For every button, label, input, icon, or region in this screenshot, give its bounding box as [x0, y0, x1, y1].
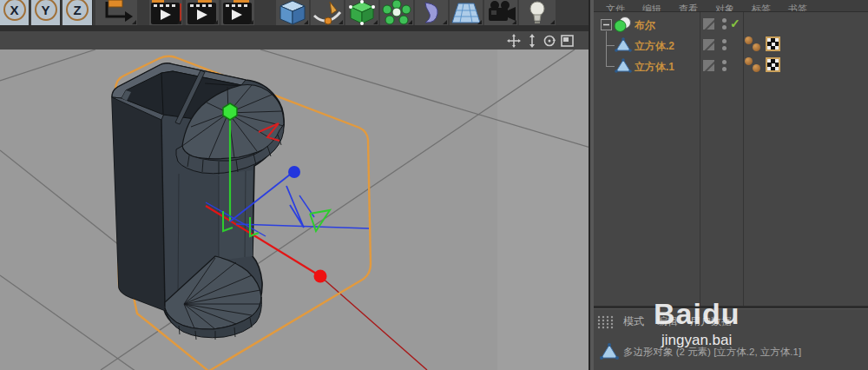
- z-axis-handle[interactable]: [288, 166, 300, 178]
- camera-icon: [484, 0, 517, 25]
- lock-x-axis-button[interactable]: X: [0, 0, 30, 25]
- viewport-light-band: [497, 50, 590, 370]
- watermark-text: jingyan.bai: [661, 332, 732, 349]
- y-axis-icon: Y: [35, 0, 57, 21]
- layer-swatch[interactable]: [703, 60, 714, 71]
- layer-swatch[interactable]: [703, 39, 714, 50]
- collapse-icon[interactable]: [601, 19, 612, 30]
- render-visibility-dot[interactable]: [722, 67, 727, 71]
- om-row-cube2[interactable]: 立方体.2: [594, 35, 868, 56]
- om-row-boole[interactable]: 布尔 ✓: [594, 14, 868, 35]
- render-picture-viewer-icon: [186, 0, 219, 25]
- am-panel-icon[interactable]: [597, 315, 615, 330]
- floor-button[interactable]: [450, 0, 483, 25]
- render-settings-icon: [221, 0, 254, 25]
- object-manager-menubar: 文件 编辑 查看 对象 标签 书签: [594, 0, 868, 12]
- axis-letter: X: [10, 3, 18, 17]
- deformer-button[interactable]: [415, 0, 448, 25]
- editor-visibility-dot[interactable]: [722, 60, 727, 64]
- axis-letter: Z: [73, 3, 81, 17]
- layer-swatch[interactable]: [703, 18, 714, 30]
- view-controls: [507, 34, 580, 49]
- phong-tag[interactable]: [753, 64, 760, 72]
- render-view-icon: [149, 0, 182, 25]
- x-axis-handle[interactable]: [314, 270, 327, 283]
- phong-tag[interactable]: [745, 36, 753, 44]
- light-icon: [519, 0, 556, 25]
- light-button[interactable]: [519, 0, 556, 25]
- render-view-button[interactable]: [149, 0, 182, 25]
- y-axis-handle[interactable]: [223, 103, 237, 120]
- om-menu-file[interactable]: 文件: [606, 3, 625, 12]
- phong-tag[interactable]: [745, 57, 753, 65]
- axis-letter: Y: [41, 3, 49, 17]
- x-axis-icon: X: [3, 0, 26, 21]
- om-menu-bookmark[interactable]: 书签: [788, 3, 807, 12]
- polygon-object-icon: [615, 57, 632, 75]
- polygon-object-icon: [615, 36, 632, 54]
- deformer-icon: [415, 0, 448, 25]
- generator-enabled-check[interactable]: ✓: [730, 17, 740, 30]
- texture-tag[interactable]: [766, 57, 780, 72]
- spline-pen-icon: [311, 0, 344, 25]
- render-settings-button[interactable]: [221, 0, 254, 25]
- cube-primitive-icon: [276, 0, 309, 25]
- editor-visibility-dot[interactable]: [722, 18, 727, 23]
- editor-visibility-dot[interactable]: [722, 39, 727, 43]
- spline-pen-button[interactable]: [311, 0, 344, 25]
- render-visibility-dot[interactable]: [722, 46, 727, 50]
- object-label[interactable]: 立方体.2: [635, 39, 674, 54]
- viewport-header: [0, 31, 590, 50]
- pan-view-icon: [507, 34, 521, 48]
- array-generator-button[interactable]: [380, 0, 413, 25]
- am-tab-mode[interactable]: 模式: [623, 314, 644, 329]
- subdivision-surface-button[interactable]: [345, 0, 378, 25]
- lock-z-axis-button[interactable]: Z: [62, 0, 93, 25]
- add-cube-button[interactable]: [276, 0, 309, 25]
- render-visibility-dot[interactable]: [722, 25, 727, 30]
- viewport-3d[interactable]: [0, 50, 590, 370]
- lock-y-axis-button[interactable]: Y: [31, 0, 61, 25]
- boole-icon: [613, 15, 632, 34]
- object-label[interactable]: 布尔: [635, 18, 655, 33]
- polygon-object-icon: [600, 342, 619, 361]
- rotate-view-icon: [545, 36, 556, 46]
- z-axis-icon: Z: [66, 0, 89, 21]
- om-row-cube1[interactable]: 立方体.1: [594, 56, 868, 76]
- toolbar-divider: [0, 25, 590, 31]
- om-menu-edit[interactable]: 编辑: [642, 3, 661, 12]
- zoom-view-icon: [529, 34, 535, 48]
- om-menu-view[interactable]: 查看: [679, 3, 698, 12]
- cinema4d-window: X Y Z: [0, 0, 868, 370]
- render-picture-viewer-button[interactable]: [186, 0, 219, 25]
- toggle-view-icon: [562, 36, 573, 46]
- om-menu-object[interactable]: 对象: [715, 3, 734, 12]
- watermark-logo-text: Baidu: [654, 303, 740, 330]
- phong-tag[interactable]: [753, 43, 760, 51]
- camera-button[interactable]: [484, 0, 517, 25]
- subdivision-surface-icon: [345, 0, 378, 25]
- coordinate-system-icon: [95, 0, 137, 25]
- object-label[interactable]: 立方体.1: [635, 60, 674, 75]
- array-generator-icon: [380, 0, 413, 25]
- om-menu-tag[interactable]: 标签: [752, 3, 771, 12]
- floor-icon: [450, 0, 483, 25]
- coordinate-system-button[interactable]: [95, 0, 137, 25]
- texture-tag[interactable]: [766, 36, 780, 51]
- main-toolbar: X Y Z: [0, 0, 590, 26]
